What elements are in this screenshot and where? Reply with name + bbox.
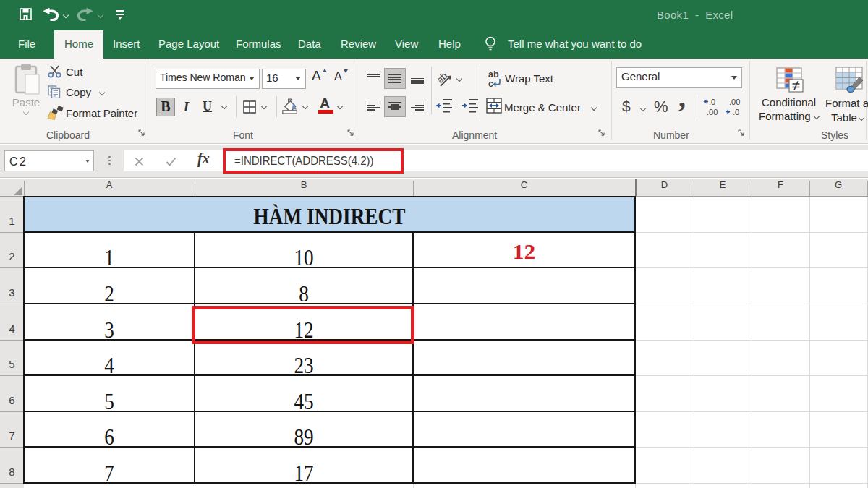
svg-text:.00: .00	[729, 98, 740, 106]
svg-text:.0: .0	[709, 98, 715, 106]
svg-text:ab: ab	[435, 70, 449, 85]
svg-text:.00: .00	[707, 108, 718, 116]
svg-text:c: c	[488, 79, 493, 88]
svg-text:.0: .0	[733, 108, 739, 116]
svg-text:ab: ab	[488, 69, 499, 80]
